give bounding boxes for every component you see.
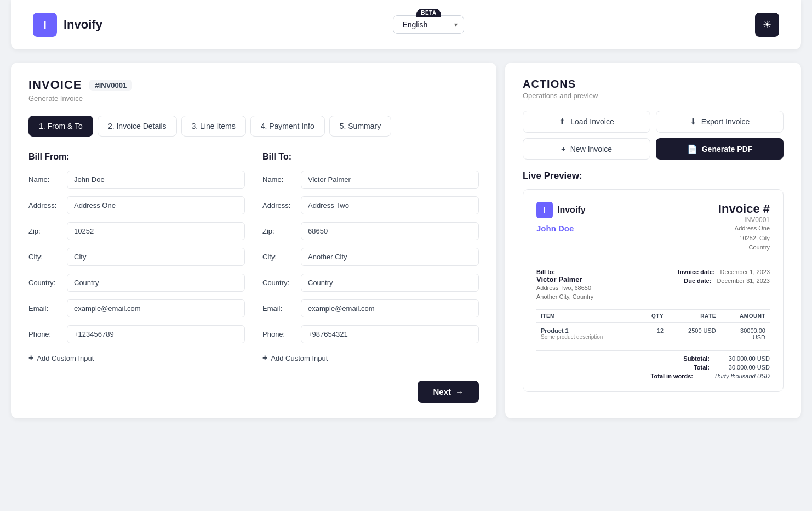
next-label: Next <box>433 387 451 396</box>
to-phone-input[interactable] <box>301 325 479 343</box>
total-row: Total: 30,000.00 USD <box>536 364 770 371</box>
from-country-label: Country: <box>28 279 67 287</box>
preview-invoice-date-row: Invoice date: December 1, 2023 <box>678 269 770 275</box>
from-name-input[interactable] <box>67 171 245 189</box>
item-name-cell: Product 1 Some product description <box>536 322 638 345</box>
from-city-label: City: <box>28 253 67 261</box>
total-words-value: Thirty thousand USD <box>704 373 770 379</box>
beta-badge: BETA <box>416 9 441 17</box>
preview-bill-to: Bill to: Victor Palmer Address Two, 6865… <box>536 269 593 302</box>
from-email-row: Email: <box>28 299 245 317</box>
tab-payment-info[interactable]: 4. Payment Info <box>250 116 325 137</box>
preview-top-right: Invoice # INV0001 Address One 10252, Cit… <box>718 202 770 253</box>
item-name: Product 1 <box>541 327 634 334</box>
invoice-title: INVOICE <box>28 78 82 92</box>
preview-invoice-date-label: Invoice date: <box>678 269 714 275</box>
preview-bill-to-label: Bill to: <box>536 269 593 275</box>
preview-left: I Invoify John Doe <box>536 202 586 234</box>
col-amount-header: AMOUNT <box>720 309 770 322</box>
from-city-row: City: <box>28 248 245 266</box>
generate-pdf-icon: 📄 <box>687 144 697 154</box>
tabs: 1. From & To 2. Invoice Details 3. Line … <box>28 116 479 137</box>
from-phone-row: Phone: <box>28 325 245 343</box>
preview-from-zip-city: 10252, City <box>718 234 770 243</box>
from-city-input[interactable] <box>67 248 245 266</box>
new-invoice-icon: + <box>561 144 566 154</box>
to-add-custom-button[interactable]: + Add Custom Input <box>262 351 479 365</box>
next-button[interactable]: Next → <box>418 381 479 403</box>
to-email-row: Email: <box>262 299 479 317</box>
left-panel: INVOICE #INV0001 Generate Invoice 1. Fro… <box>11 63 496 418</box>
preview-invoice-date-val: December 1, 2023 <box>720 269 770 275</box>
from-country-input[interactable] <box>67 274 245 292</box>
table-row: Product 1 Some product description 12 25… <box>536 322 770 345</box>
tab-invoice-details[interactable]: 2. Invoice Details <box>98 116 177 137</box>
col-qty-header: QTY <box>638 309 668 322</box>
generate-pdf-button[interactable]: 📄 Generate PDF <box>656 138 784 160</box>
actions-subtitle: Operations and preview <box>523 92 784 100</box>
preview-due-date-row: Due date: December 31, 2023 <box>678 277 770 284</box>
tab-summary[interactable]: 5. Summary <box>329 116 391 137</box>
to-country-input[interactable] <box>301 274 479 292</box>
plus-icon-to: + <box>262 353 267 363</box>
preview-from-country: Country <box>718 243 770 253</box>
item-description: Some product description <box>541 334 634 340</box>
to-city-input[interactable] <box>301 248 479 266</box>
tab-from-to[interactable]: 1. From & To <box>28 116 93 137</box>
total-value: 30,000.00 USD <box>720 364 770 371</box>
load-invoice-icon: ⬆ <box>559 117 566 127</box>
from-phone-input[interactable] <box>67 325 245 343</box>
preview-invoice-number: INV0001 <box>718 216 770 224</box>
language-select[interactable]: English Spanish French German <box>393 15 464 34</box>
from-add-custom-button[interactable]: + Add Custom Input <box>28 351 245 365</box>
subtotal-value: 30,000.00 USD <box>720 355 770 362</box>
total-label: Total: <box>671 364 710 371</box>
to-zip-row: Zip: <box>262 222 479 240</box>
preview-card: I Invoify John Doe Invoice # INV0001 Add… <box>523 189 784 392</box>
from-zip-input[interactable] <box>67 222 245 240</box>
preview-due-date-val: December 31, 2023 <box>717 277 770 284</box>
bill-to-section: Bill To: Name: Address: Zip: City: <box>262 152 479 365</box>
actions-title: ACTIONS <box>523 78 784 90</box>
preview-bill-to-city-country: Another City, Country <box>536 292 593 302</box>
export-invoice-button[interactable]: ⬇ Export Invoice <box>656 111 784 133</box>
theme-toggle-button[interactable]: ☀ <box>755 13 779 37</box>
plus-icon: + <box>28 353 33 363</box>
to-name-input[interactable] <box>301 171 479 189</box>
export-invoice-icon: ⬇ <box>690 117 697 127</box>
sun-icon: ☀ <box>763 19 771 31</box>
to-address-input[interactable] <box>301 196 479 214</box>
preview-totals: Subtotal: 30,000.00 USD Total: 30,000.00… <box>536 350 770 379</box>
to-zip-label: Zip: <box>262 227 301 235</box>
preview-top: I Invoify John Doe Invoice # INV0001 Add… <box>536 202 770 253</box>
to-zip-input[interactable] <box>301 222 479 240</box>
bill-to-title: Bill To: <box>262 152 479 162</box>
next-btn-wrap: Next → <box>28 381 479 403</box>
item-qty-cell: 12 <box>638 322 668 345</box>
preview-from-address: Address One <box>718 224 770 234</box>
bill-sections: Bill From: Name: Address: Zip: City: <box>28 152 479 365</box>
from-phone-label: Phone: <box>28 330 67 338</box>
arrow-right-icon: → <box>455 387 464 396</box>
from-email-input[interactable] <box>67 299 245 317</box>
tab-line-items[interactable]: 3. Line Items <box>181 116 246 137</box>
preview-logo-area: I Invoify <box>536 202 586 218</box>
preview-invoice-label: Invoice # <box>718 202 770 216</box>
load-invoice-button[interactable]: ⬆ Load Invoice <box>523 111 650 133</box>
to-address-row: Address: <box>262 196 479 214</box>
to-country-row: Country: <box>262 274 479 292</box>
from-address-input[interactable] <box>67 196 245 214</box>
subtotal-label: Subtotal: <box>671 355 710 362</box>
preview-bill-to-address: Address Two, 68650 <box>536 283 593 293</box>
new-invoice-button[interactable]: + New Invoice <box>523 138 650 160</box>
to-email-input[interactable] <box>301 299 479 317</box>
right-panel: ACTIONS Operations and preview ⬆ Load In… <box>505 63 801 418</box>
from-name-label: Name: <box>28 175 67 184</box>
preview-from-details: Address One 10252, City Country <box>718 224 770 253</box>
from-zip-row: Zip: <box>28 222 245 240</box>
from-add-custom-label: Add Custom Input <box>37 354 94 362</box>
from-name-row: Name: <box>28 171 245 189</box>
preview-bill-to-name: Victor Palmer <box>536 275 593 283</box>
to-add-custom-label: Add Custom Input <box>271 354 328 362</box>
item-amount-cell: 30000.00USD <box>720 322 770 345</box>
